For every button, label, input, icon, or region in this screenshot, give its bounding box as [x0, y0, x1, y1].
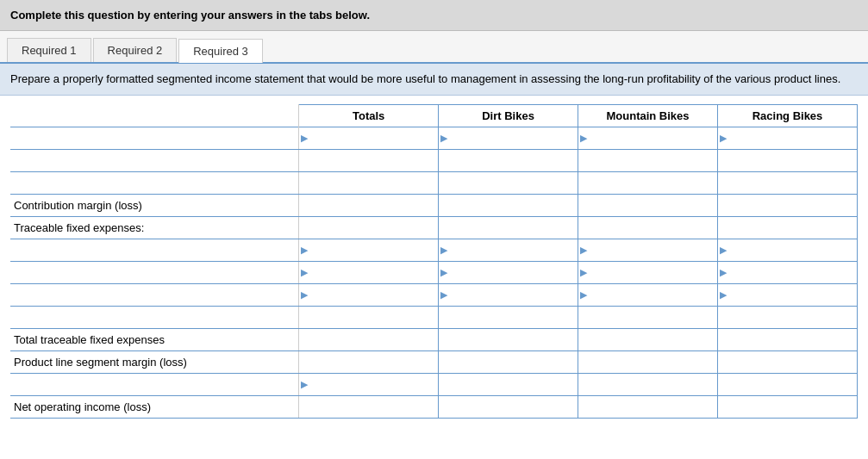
input-cell[interactable]: ▶ — [718, 283, 858, 306]
input-field[interactable] — [589, 262, 717, 282]
input-cell[interactable]: ▶ — [299, 149, 439, 171]
input-cell — [578, 373, 718, 395]
input-field[interactable] — [309, 172, 438, 193]
input-field[interactable] — [449, 329, 578, 350]
tab-required3[interactable]: Required 3 — [178, 39, 263, 63]
input-cell[interactable]: ▶ — [718, 149, 858, 171]
input-field[interactable] — [728, 239, 857, 260]
input-cell[interactable]: ▶ — [299, 306, 439, 328]
input-cell[interactable]: ▶ — [718, 127, 858, 149]
input-field[interactable] — [449, 307, 578, 327]
input-field[interactable] — [309, 374, 438, 394]
input-field[interactable] — [449, 150, 578, 171]
input-cell[interactable]: ▶ — [718, 261, 858, 283]
input-field[interactable] — [449, 284, 578, 305]
tab-required1[interactable]: Required 1 — [7, 38, 91, 62]
tab-required2[interactable]: Required 2 — [93, 38, 178, 62]
input-field[interactable] — [578, 217, 717, 238]
input-cell[interactable]: ▶ — [439, 194, 578, 216]
input-field[interactable] — [728, 195, 857, 215]
input-field[interactable] — [589, 329, 717, 350]
input-cell[interactable]: ▶ — [578, 127, 718, 149]
input-field[interactable] — [728, 329, 857, 350]
input-field[interactable] — [449, 172, 578, 193]
input-cell[interactable]: ▶ — [718, 328, 858, 350]
input-field[interactable] — [309, 239, 438, 260]
input-field[interactable] — [449, 262, 578, 282]
input-field[interactable] — [309, 351, 438, 372]
input-cell[interactable]: ▶ — [299, 261, 439, 283]
input-field[interactable] — [589, 150, 717, 171]
input-field[interactable] — [309, 262, 438, 282]
input-field[interactable] — [589, 351, 717, 372]
input-cell[interactable]: ▶ — [578, 171, 718, 194]
input-cell[interactable] — [439, 216, 578, 239]
input-cell[interactable]: ▶ — [439, 283, 578, 306]
input-field[interactable] — [589, 127, 717, 148]
input-field[interactable] — [718, 217, 857, 238]
input-cell[interactable] — [299, 216, 439, 239]
input-cell[interactable]: ▶ — [578, 149, 718, 171]
input-field[interactable] — [589, 307, 717, 327]
input-cell[interactable]: ▶ — [299, 350, 439, 373]
input-cell[interactable]: ▶ — [578, 194, 718, 216]
input-cell[interactable]: ▶ — [718, 171, 858, 194]
input-cell[interactable]: ▶ — [299, 127, 439, 149]
input-cell[interactable]: ▶ — [718, 239, 858, 261]
input-field[interactable] — [309, 195, 438, 215]
input-field[interactable] — [309, 284, 438, 305]
input-cell[interactable]: ▶ — [299, 328, 439, 350]
input-cell[interactable]: ▶ — [299, 171, 439, 194]
input-cell[interactable]: ▶ — [578, 350, 718, 373]
input-cell[interactable]: ▶ — [718, 350, 858, 373]
input-field[interactable] — [439, 217, 578, 238]
input-cell[interactable]: ▶ — [439, 127, 578, 149]
input-cell[interactable]: ▶ — [439, 306, 578, 328]
table-row: Total traceable fixed expenses ▶ ▶ ▶ ▶ — [10, 328, 858, 350]
input-field[interactable] — [728, 150, 857, 171]
input-cell[interactable] — [578, 216, 718, 239]
input-cell[interactable]: ▶ — [439, 350, 578, 373]
input-field[interactable] — [589, 195, 717, 215]
input-cell[interactable]: ▶ — [299, 239, 439, 261]
input-field[interactable] — [728, 307, 857, 327]
input-field[interactable] — [449, 239, 578, 260]
input-field[interactable] — [309, 329, 438, 350]
input-field[interactable] — [309, 150, 438, 171]
input-cell[interactable]: ▶ — [578, 306, 718, 328]
input-cell[interactable] — [718, 216, 858, 239]
input-field[interactable] — [589, 172, 717, 193]
input-field[interactable] — [449, 195, 578, 215]
input-field[interactable] — [299, 217, 438, 238]
input-cell[interactable]: ▶ — [299, 194, 439, 216]
row-label — [10, 306, 299, 328]
input-cell[interactable]: ▶ — [718, 306, 858, 328]
input-cell[interactable]: ▶ — [578, 328, 718, 350]
input-field[interactable] — [309, 127, 438, 148]
input-field[interactable] — [589, 239, 717, 260]
input-cell[interactable]: ▶ — [439, 171, 578, 194]
input-field[interactable] — [728, 284, 857, 305]
input-cell[interactable]: ▶ — [578, 283, 718, 306]
input-field[interactable] — [728, 172, 857, 193]
input-field[interactable] — [728, 127, 857, 148]
input-cell[interactable]: ▶ — [439, 239, 578, 261]
input-cell[interactable]: ▶ — [439, 328, 578, 350]
input-cell[interactable]: ▶ — [718, 194, 858, 216]
input-cell[interactable]: ▶ — [439, 149, 578, 171]
input-cell[interactable]: ▶ — [578, 239, 718, 261]
input-cell[interactable]: ▶ — [578, 261, 718, 283]
input-cell[interactable]: ▶ — [299, 373, 439, 395]
input-field[interactable] — [309, 396, 438, 417]
arrow-icon: ▶ — [439, 245, 449, 256]
input-cell[interactable]: ▶ — [299, 283, 439, 306]
input-cell[interactable]: ▶ — [299, 395, 439, 418]
input-field[interactable] — [728, 262, 857, 282]
input-field[interactable] — [589, 284, 717, 305]
input-field[interactable] — [728, 351, 857, 372]
arrow-icon: ▶ — [718, 245, 728, 256]
input-field[interactable] — [309, 307, 438, 327]
input-field[interactable] — [449, 127, 578, 148]
input-cell[interactable]: ▶ — [439, 261, 578, 283]
input-field[interactable] — [449, 351, 578, 372]
